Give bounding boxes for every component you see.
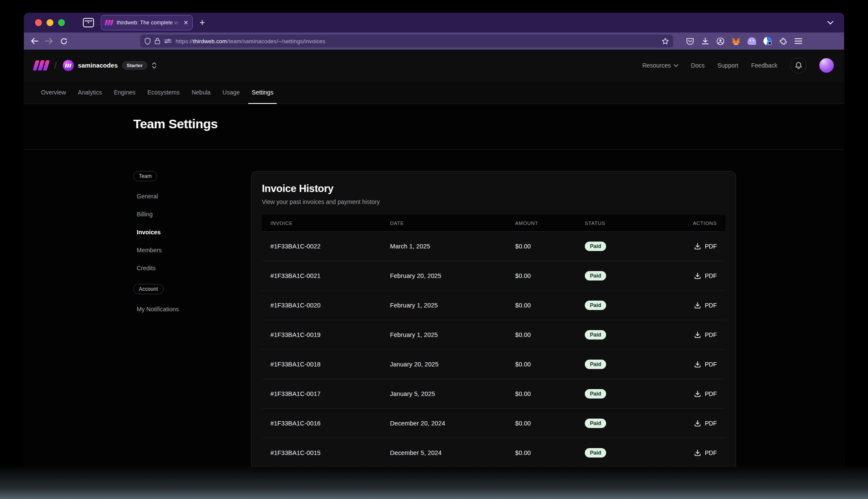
invoice-date: February 20, 2025 <box>390 272 515 279</box>
nav-tab[interactable]: Overview <box>35 81 72 103</box>
page-title: Team Settings <box>133 117 736 131</box>
col-actions: ACTIONS <box>692 221 717 226</box>
pocket-icon[interactable] <box>686 37 694 45</box>
invoice-number: #1F33BA1C-0015 <box>270 449 390 456</box>
table-row: #1F33BA1C-0019 February 1, 2025 $0.00 Pa… <box>262 320 725 350</box>
nav-tab[interactable]: Settings <box>246 81 279 103</box>
col-amount: AMOUNT <box>515 221 585 226</box>
download-icon <box>694 272 701 279</box>
team-switcher-chevrons-icon[interactable] <box>152 62 157 69</box>
card-subtitle: View your past invoices and payment hist… <box>262 198 725 205</box>
status-badge: Paid <box>585 330 606 340</box>
tracking-protection-shield-icon[interactable] <box>144 38 151 45</box>
nav-tab[interactable]: Usage <box>217 81 246 103</box>
sidebar-item[interactable]: Invoices <box>133 223 251 241</box>
bookmark-star-icon[interactable] <box>662 38 669 45</box>
download-icon <box>694 331 701 338</box>
new-tab-button[interactable]: + <box>199 17 205 28</box>
list-all-tabs-chevron-icon[interactable] <box>827 21 834 25</box>
team-name[interactable]: saminacodes <box>78 62 118 69</box>
account-icon[interactable] <box>716 37 724 45</box>
download-pdf-button[interactable]: PDF <box>694 272 717 279</box>
metamask-icon[interactable] <box>732 37 740 45</box>
back-button[interactable] <box>28 35 41 47</box>
nav-tab[interactable]: Nebula <box>185 81 216 103</box>
tab-close-icon[interactable]: ✕ <box>183 19 188 26</box>
invoice-amount: $0.00 <box>515 243 585 250</box>
browser-tab[interactable]: thirdweb: The complete web3 d ✕ <box>101 15 193 30</box>
nav-tab[interactable]: Ecosystems <box>141 81 185 103</box>
invoice-amount: $0.00 <box>515 390 585 397</box>
download-pdf-button[interactable]: PDF <box>694 302 717 309</box>
extensions-puzzle-icon[interactable] <box>779 37 787 45</box>
browser-tab-bar: thirdweb: The complete web3 d ✕ + <box>24 13 844 32</box>
table-header-row: INVOICE DATE AMOUNT STATUS ACTIONS <box>262 215 725 232</box>
invoice-table: INVOICE DATE AMOUNT STATUS ACTIONS #1F33… <box>262 215 725 467</box>
download-icon <box>694 449 701 456</box>
sidebar-account-list: My Notifications <box>133 300 251 318</box>
header-link[interactable]: Docs <box>691 62 705 69</box>
plan-badge: Starter <box>122 61 147 70</box>
download-pdf-button[interactable]: PDF <box>694 361 717 368</box>
table-row: #1F33BA1C-0016 December 20, 2024 $0.00 P… <box>262 409 725 438</box>
sidebar-item[interactable]: Members <box>133 241 251 259</box>
url-bar[interactable]: https://thirdweb.com/team/saminacodes/~/… <box>140 35 673 47</box>
table-row: #1F33BA1C-0018 January 20, 2025 $0.00 Pa… <box>262 350 725 379</box>
sidebar-item[interactable]: Credits <box>133 259 251 277</box>
download-icon <box>694 420 701 427</box>
user-avatar[interactable] <box>819 58 834 73</box>
nav-tab[interactable]: Analytics <box>72 81 108 103</box>
nav-tab[interactable]: Engines <box>108 81 141 103</box>
download-pdf-button[interactable]: PDF <box>694 243 717 250</box>
sidebar-item[interactable]: My Notifications <box>133 300 251 318</box>
invoice-amount: $0.00 <box>515 302 585 309</box>
download-pdf-button[interactable]: PDF <box>694 390 717 397</box>
forward-button[interactable] <box>43 35 56 47</box>
invoice-number: #1F33BA1C-0019 <box>270 331 390 338</box>
page-banner: Team Settings <box>24 104 844 150</box>
url-text[interactable]: https://thirdweb.com/team/saminacodes/~/… <box>176 38 658 44</box>
header-link[interactable]: Support <box>717 62 738 69</box>
sidebar-item[interactable]: Billing <box>133 205 251 223</box>
zoom-window-button[interactable] <box>58 19 65 26</box>
lock-icon[interactable] <box>155 38 160 44</box>
download-pdf-button[interactable]: PDF <box>694 331 717 338</box>
invoice-amount: $0.00 <box>515 449 585 456</box>
invoice-date: December 5, 2024 <box>390 449 515 456</box>
invoice-number: #1F33BA1C-0022 <box>270 243 390 250</box>
firefox-view-icon[interactable] <box>83 18 94 27</box>
status-badge: Paid <box>585 301 606 310</box>
reload-button[interactable] <box>57 35 70 47</box>
table-row: #1F33BA1C-0020 February 1, 2025 $0.00 Pa… <box>262 291 725 320</box>
minimize-window-button[interactable] <box>47 19 53 26</box>
invoice-history-card: Invoice History View your past invoices … <box>251 171 736 467</box>
invoice-number: #1F33BA1C-0020 <box>270 302 390 309</box>
download-pdf-button[interactable]: PDF <box>694 420 717 427</box>
menu-icon[interactable] <box>795 38 802 44</box>
download-pdf-button[interactable]: PDF <box>694 449 717 456</box>
status-badge: Paid <box>585 448 606 458</box>
primary-nav: Overview Analytics Engines Ecosystems Ne… <box>24 81 844 104</box>
notifications-button[interactable] <box>790 57 806 74</box>
invoice-amount: $0.00 <box>515 331 585 338</box>
permissions-icon[interactable] <box>164 38 172 44</box>
wallet-guard-icon[interactable] <box>763 37 772 45</box>
invoice-date: December 20, 2024 <box>390 420 515 427</box>
tab-title: thirdweb: The complete web3 d <box>117 20 180 26</box>
header-link[interactable]: Resources <box>642 62 678 69</box>
downloads-icon[interactable] <box>701 37 709 45</box>
download-icon <box>694 243 701 250</box>
invoice-amount: $0.00 <box>515 420 585 427</box>
site-header: / saminacodes Starter Resources Docs Sup… <box>24 50 844 81</box>
phantom-icon[interactable] <box>748 37 756 45</box>
team-avatar[interactable] <box>63 60 74 71</box>
sidebar-item[interactable]: General <box>133 187 251 205</box>
thirdweb-logo-icon[interactable] <box>34 60 48 71</box>
col-status: STATUS <box>585 221 692 226</box>
close-window-button[interactable] <box>35 19 42 26</box>
settings-sidebar: Team General Billing Invoices Members Cr… <box>133 150 251 467</box>
header-link[interactable]: Feedback <box>751 62 777 69</box>
download-icon <box>694 302 701 309</box>
browser-toolbar: https://thirdweb.com/team/saminacodes/~/… <box>24 32 844 50</box>
invoice-amount: $0.00 <box>515 272 585 279</box>
